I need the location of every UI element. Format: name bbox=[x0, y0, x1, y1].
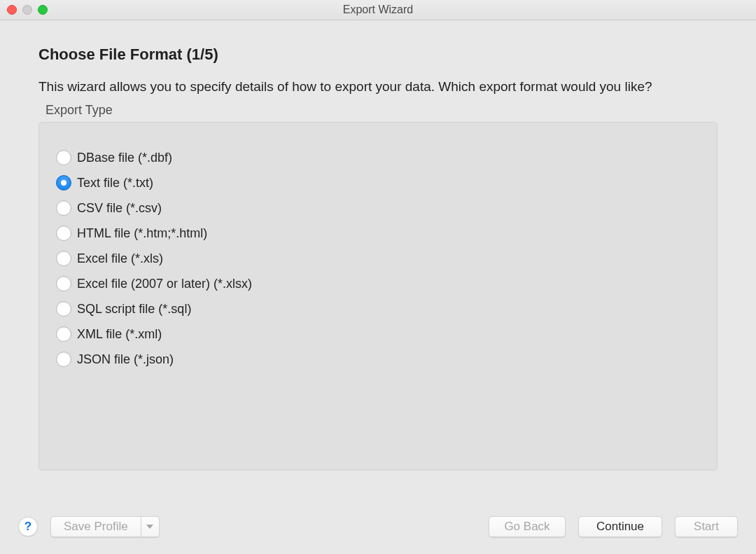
continue-button[interactable]: Continue bbox=[578, 516, 662, 537]
radio-label: Excel file (2007 or later) (*.xlsx) bbox=[77, 277, 252, 291]
radio-label: CSV file (*.csv) bbox=[77, 201, 162, 216]
radio-label: DBase file (*.dbf) bbox=[77, 151, 172, 165]
chevron-down-icon bbox=[146, 525, 153, 529]
radio-option-json[interactable]: JSON file (*.json) bbox=[56, 347, 700, 372]
radio-option-html[interactable]: HTML file (*.htm;*.html) bbox=[56, 221, 700, 246]
radio-icon bbox=[56, 276, 71, 291]
start-button[interactable]: Start bbox=[675, 516, 738, 537]
export-type-panel: DBase file (*.dbf) Text file (*.txt) CSV… bbox=[38, 122, 718, 471]
radio-option-dbase[interactable]: DBase file (*.dbf) bbox=[56, 145, 700, 170]
help-button[interactable]: ? bbox=[18, 517, 38, 536]
radio-option-sql[interactable]: SQL script file (*.sql) bbox=[56, 296, 700, 321]
radio-option-xls[interactable]: Excel file (*.xls) bbox=[56, 246, 700, 271]
radio-icon bbox=[56, 301, 71, 317]
radio-icon bbox=[56, 200, 71, 216]
close-icon[interactable] bbox=[7, 5, 17, 15]
radio-label: HTML file (*.htm;*.html) bbox=[77, 226, 207, 241]
save-profile-dropdown[interactable] bbox=[141, 516, 160, 537]
radio-icon bbox=[56, 352, 71, 367]
zoom-icon[interactable] bbox=[38, 5, 48, 15]
radio-option-csv[interactable]: CSV file (*.csv) bbox=[56, 195, 700, 221]
export-type-label: Export Type bbox=[46, 103, 718, 118]
radio-option-xml[interactable]: XML file (*.xml) bbox=[56, 321, 700, 347]
radio-icon bbox=[56, 150, 71, 165]
radio-label: Text file (*.txt) bbox=[77, 176, 153, 191]
page-heading: Choose File Format (1/5) bbox=[38, 46, 718, 64]
window-title: Export Wizard bbox=[343, 4, 413, 16]
window-controls bbox=[7, 5, 48, 15]
radio-icon bbox=[56, 226, 71, 241]
radio-label: Excel file (*.xls) bbox=[77, 251, 163, 266]
minimize-icon bbox=[22, 5, 32, 15]
radio-option-xlsx[interactable]: Excel file (2007 or later) (*.xlsx) bbox=[56, 271, 700, 296]
radio-icon bbox=[56, 175, 71, 191]
titlebar: Export Wizard bbox=[0, 0, 756, 20]
go-back-button[interactable]: Go Back bbox=[489, 516, 566, 537]
page-description: This wizard allows you to specify detail… bbox=[38, 79, 718, 95]
radio-icon bbox=[56, 251, 71, 266]
save-profile-button[interactable]: Save Profile bbox=[50, 516, 141, 537]
radio-icon bbox=[56, 326, 71, 342]
radio-option-text[interactable]: Text file (*.txt) bbox=[56, 170, 700, 195]
wizard-content: Choose File Format (1/5) This wizard all… bbox=[0, 20, 756, 471]
radio-label: JSON file (*.json) bbox=[77, 352, 174, 367]
radio-label: SQL script file (*.sql) bbox=[77, 302, 191, 317]
radio-label: XML file (*.xml) bbox=[77, 327, 162, 342]
wizard-footer: ? Save Profile Go Back Continue Start bbox=[0, 504, 756, 554]
save-profile-group: Save Profile bbox=[50, 516, 160, 537]
